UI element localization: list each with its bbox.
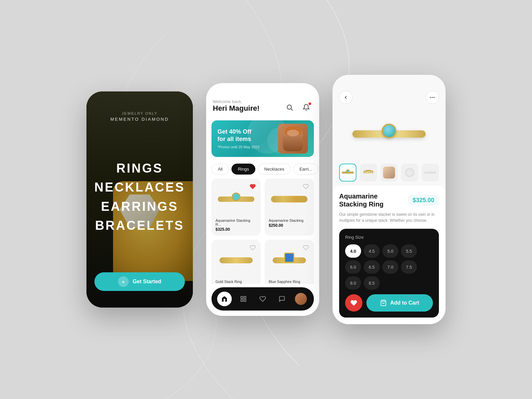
thumb-arch-shape [363,170,374,175]
thumb-hand-shape [383,167,395,179]
thumbnail-3[interactable] [380,164,398,182]
ring-size-label: Ring Size [345,235,433,240]
wishlist-button[interactable] [345,294,362,312]
phone-browse: Welcome back, Heri Maguire! [206,83,319,316]
banner-title: Get 40% Offfor all items [217,128,260,143]
product-card-1[interactable]: Aquamarine Stacking R... $325.00 [211,179,261,236]
product-card-3[interactable]: Gold Stack Ring $180.00 [211,240,261,284]
phone-detail: AquamarineStacking Ring $325.00 Our simp… [332,75,446,324]
product-card-4[interactable]: Blue Sapphire Ring $420.00 [265,240,314,284]
shopping-bag-icon [380,300,387,306]
band-ring-small [271,196,308,202]
filter-all[interactable]: All [211,164,229,175]
get-started-label: Get Started [133,279,161,285]
size-8.0[interactable]: 8.0 [345,276,361,290]
promo-banner[interactable]: Get 40% Offfor all items *Promo until 20… [211,120,314,157]
heart-empty-icon-3 [250,245,256,251]
profile-avatar [295,293,307,305]
thumb-ring-shape-1 [342,172,354,174]
favorite-button-4[interactable] [301,243,311,252]
size-6.5[interactable]: 6.5 [364,260,380,274]
nav-grid[interactable] [236,292,251,306]
browse-greeting: Welcome back, Heri Maguire! [213,99,260,113]
more-options-button[interactable] [426,91,439,104]
blue-ring-small [273,257,306,263]
thumbnail-5[interactable] [422,164,439,182]
product-grid: Aquamarine Stacking R... $325.00 Aquamar… [206,179,319,284]
svg-rect-2 [241,297,243,299]
notification-button[interactable] [300,101,313,114]
menu-item-bracelets[interactable]: BRACELETS [94,217,185,234]
size-7.5[interactable]: 7.5 [401,260,417,274]
svg-rect-4 [241,300,243,302]
product-title: AquamarineStacking Ring [339,192,383,208]
svg-point-7 [432,97,433,98]
home-icon [221,296,228,302]
aquamarine-ring-small [218,197,254,202]
header-icons [283,101,313,114]
filter-earrings[interactable]: Earri... [293,164,319,175]
banner-text-block: Get 40% Offfor all items *Promo until 20… [217,128,260,149]
menu-item-rings[interactable]: RINGS [94,160,185,177]
splash-cta-container: » Get Started [94,272,185,291]
product-thumbnails [332,160,446,186]
search-icon [286,104,293,111]
product-price-1: $325.00 [215,227,257,232]
thumb-band-shape [424,172,436,174]
thumbnail-4[interactable] [401,164,418,182]
action-buttons: Add to Cart [345,294,433,312]
add-to-cart-label: Add to Cart [390,300,419,306]
title-price-row: AquamarineStacking Ring $325.00 [339,192,439,208]
favorite-button-1[interactable] [248,182,257,191]
product-name-4: Blue Sapphire Ring [269,280,310,284]
favorite-button-3[interactable] [248,243,257,252]
menu-item-earrings[interactable]: EARRINGS [94,199,185,215]
size-5.5[interactable]: 5.5 [401,244,417,258]
product-name-3: Gold Stack Ring [215,280,257,284]
size-5.0[interactable]: 5.0 [382,244,398,258]
heart-filled-icon [250,184,256,190]
category-filters: All Rings Necklaces Earri... [206,160,319,179]
filter-rings[interactable]: Rings [231,164,255,175]
back-button[interactable] [339,91,352,104]
model-face [287,130,299,136]
nav-messages[interactable] [275,292,289,306]
size-8.5[interactable]: 8.5 [364,276,380,290]
splash-brand: MEMENTO DIAMOND [110,117,169,122]
size-4.5[interactable]: 4.5 [364,244,380,258]
size-4.0[interactable]: 4.0 [345,244,361,258]
product-name-1: Aquamarine Stacking R... [215,218,257,226]
browse-header: Welcome back, Heri Maguire! [206,83,319,118]
size-7.0[interactable]: 7.0 [382,260,398,274]
add-to-cart-button[interactable]: Add to Cart [366,294,433,312]
thumbnail-1[interactable] [339,164,356,182]
nav-profile[interactable] [294,292,308,306]
model-figure [283,126,303,151]
splash-subtitle: JEWELRY ONLY [110,111,169,115]
filter-necklaces[interactable]: Necklaces [258,164,291,175]
favorite-button-2[interactable] [301,182,311,191]
splash-header: JEWELRY ONLY MEMENTO DIAMOND [110,111,169,122]
thumbnail-2[interactable] [360,164,377,182]
bottom-navigation [211,287,314,311]
phone-splash: JEWELRY ONLY MEMENTO DIAMOND RINGS NECKL… [86,91,193,308]
detail-header [332,75,446,108]
thumb-gem-1 [346,169,350,173]
nav-favorites[interactable] [255,292,270,306]
product-main-image [332,108,446,160]
size-selector-panel: Ring Size 4.0 4.5 5.0 5.5 6.0 6.5 7.0 7.… [339,229,439,318]
menu-item-necklaces[interactable]: NECKLACES [94,179,185,196]
phones-container: JEWELRY ONLY MEMENTO DIAMOND RINGS NECKL… [86,75,446,324]
get-started-button[interactable]: » Get Started [94,272,185,291]
banner-promo: *Promo until 20 May 2022 [217,145,260,149]
product-card-2[interactable]: Aquamarine Stacking $250.00 [265,179,314,236]
user-name: Heri Maguire! [213,104,260,113]
size-6.0[interactable]: 6.0 [345,260,361,274]
search-button[interactable] [283,101,296,114]
product-price: $325.00 [408,195,439,206]
chat-icon [279,296,285,302]
nav-home[interactable] [217,292,232,306]
gold-ring-small [219,257,253,263]
back-arrow-icon [343,95,348,100]
product-name-2: Aquamarine Stacking [269,218,310,222]
